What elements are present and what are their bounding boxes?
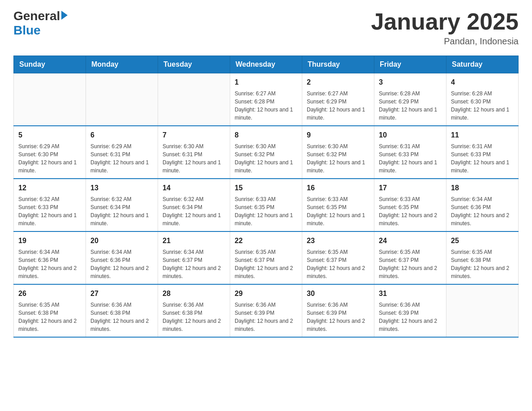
calendar-cell: 1Sunrise: 6:27 AMSunset: 6:28 PMDaylight…	[230, 73, 302, 126]
column-header-sunday: Sunday	[14, 56, 86, 73]
day-info: Sunrise: 6:36 AMSunset: 6:38 PMDaylight:…	[163, 301, 225, 333]
calendar-cell: 3Sunrise: 6:28 AMSunset: 6:29 PMDaylight…	[374, 73, 446, 126]
calendar-table: SundayMondayTuesdayWednesdayThursdayFrid…	[13, 56, 519, 338]
day-number: 28	[163, 288, 225, 299]
calendar-cell: 15Sunrise: 6:33 AMSunset: 6:35 PMDayligh…	[230, 179, 302, 231]
calendar-cell: 16Sunrise: 6:33 AMSunset: 6:35 PMDayligh…	[302, 179, 374, 231]
calendar-cell	[158, 73, 230, 126]
day-info: Sunrise: 6:36 AMSunset: 6:39 PMDaylight:…	[379, 301, 442, 333]
day-info: Sunrise: 6:33 AMSunset: 6:35 PMDaylight:…	[307, 195, 369, 227]
day-info: Sunrise: 6:32 AMSunset: 6:34 PMDaylight:…	[163, 195, 225, 227]
column-header-saturday: Saturday	[446, 56, 519, 73]
day-number: 22	[235, 235, 297, 246]
day-number: 23	[307, 235, 369, 246]
day-info: Sunrise: 6:31 AMSunset: 6:33 PMDaylight:…	[379, 142, 442, 175]
day-number: 18	[451, 183, 514, 193]
day-number: 8	[235, 130, 297, 141]
calendar-cell: 13Sunrise: 6:32 AMSunset: 6:34 PMDayligh…	[86, 179, 158, 231]
calendar-week-row: 19Sunrise: 6:34 AMSunset: 6:36 PMDayligh…	[14, 231, 519, 284]
calendar-cell: 7Sunrise: 6:30 AMSunset: 6:31 PMDaylight…	[158, 126, 230, 179]
calendar-cell: 5Sunrise: 6:29 AMSunset: 6:30 PMDaylight…	[14, 126, 86, 179]
day-info: Sunrise: 6:36 AMSunset: 6:39 PMDaylight:…	[235, 301, 297, 333]
calendar-week-row: 5Sunrise: 6:29 AMSunset: 6:30 PMDaylight…	[14, 126, 519, 179]
day-number: 5	[18, 130, 81, 141]
day-number: 3	[379, 77, 442, 88]
day-info: Sunrise: 6:34 AMSunset: 6:36 PMDaylight:…	[90, 248, 153, 280]
calendar-cell: 9Sunrise: 6:30 AMSunset: 6:32 PMDaylight…	[302, 126, 374, 179]
calendar-cell: 27Sunrise: 6:36 AMSunset: 6:38 PMDayligh…	[86, 284, 158, 337]
title-section: January 2025 Pandan, Indonesia	[371, 9, 519, 47]
calendar-cell: 26Sunrise: 6:35 AMSunset: 6:38 PMDayligh…	[14, 284, 86, 337]
day-number: 12	[18, 183, 81, 193]
day-number: 21	[163, 235, 225, 246]
day-number: 14	[163, 183, 225, 193]
calendar-week-row: 12Sunrise: 6:32 AMSunset: 6:33 PMDayligh…	[14, 179, 519, 231]
calendar-cell: 14Sunrise: 6:32 AMSunset: 6:34 PMDayligh…	[158, 179, 230, 231]
day-info: Sunrise: 6:33 AMSunset: 6:35 PMDaylight:…	[379, 195, 442, 227]
calendar-cell: 10Sunrise: 6:31 AMSunset: 6:33 PMDayligh…	[374, 126, 446, 179]
logo: General Blue	[13, 9, 68, 38]
column-header-thursday: Thursday	[302, 56, 374, 73]
calendar-cell: 8Sunrise: 6:30 AMSunset: 6:32 PMDaylight…	[230, 126, 302, 179]
calendar-cell: 30Sunrise: 6:36 AMSunset: 6:39 PMDayligh…	[302, 284, 374, 337]
day-number: 19	[18, 235, 81, 246]
day-info: Sunrise: 6:28 AMSunset: 6:30 PMDaylight:…	[451, 90, 514, 122]
day-number: 4	[451, 77, 514, 88]
day-info: Sunrise: 6:30 AMSunset: 6:32 PMDaylight:…	[235, 142, 297, 175]
day-info: Sunrise: 6:34 AMSunset: 6:37 PMDaylight:…	[163, 248, 225, 280]
column-header-friday: Friday	[374, 56, 446, 73]
day-number: 25	[451, 235, 514, 246]
calendar-cell: 24Sunrise: 6:35 AMSunset: 6:37 PMDayligh…	[374, 231, 446, 284]
calendar-subtitle: Pandan, Indonesia	[371, 36, 519, 47]
calendar-cell: 21Sunrise: 6:34 AMSunset: 6:37 PMDayligh…	[158, 231, 230, 284]
calendar-cell: 11Sunrise: 6:31 AMSunset: 6:33 PMDayligh…	[446, 126, 519, 179]
day-number: 16	[307, 183, 369, 193]
day-number: 13	[90, 183, 153, 193]
page-header: General Blue January 2025 Pandan, Indone…	[13, 9, 519, 47]
day-number: 7	[163, 130, 225, 141]
day-info: Sunrise: 6:36 AMSunset: 6:39 PMDaylight:…	[307, 301, 369, 333]
day-number: 20	[90, 235, 153, 246]
calendar-cell: 23Sunrise: 6:35 AMSunset: 6:37 PMDayligh…	[302, 231, 374, 284]
calendar-header-row: SundayMondayTuesdayWednesdayThursdayFrid…	[14, 56, 519, 73]
day-number: 26	[18, 288, 81, 299]
day-number: 15	[235, 183, 297, 193]
calendar-week-row: 1Sunrise: 6:27 AMSunset: 6:28 PMDaylight…	[14, 73, 519, 126]
calendar-cell: 31Sunrise: 6:36 AMSunset: 6:39 PMDayligh…	[374, 284, 446, 337]
day-info: Sunrise: 6:34 AMSunset: 6:36 PMDaylight:…	[451, 195, 514, 227]
logo-triangle-icon	[61, 11, 68, 20]
day-number: 10	[379, 130, 442, 141]
day-info: Sunrise: 6:30 AMSunset: 6:31 PMDaylight:…	[163, 142, 225, 175]
day-number: 27	[90, 288, 153, 299]
calendar-week-row: 26Sunrise: 6:35 AMSunset: 6:38 PMDayligh…	[14, 284, 519, 337]
day-info: Sunrise: 6:35 AMSunset: 6:37 PMDaylight:…	[235, 248, 297, 280]
calendar-cell	[14, 73, 86, 126]
calendar-cell: 18Sunrise: 6:34 AMSunset: 6:36 PMDayligh…	[446, 179, 519, 231]
calendar-cell: 4Sunrise: 6:28 AMSunset: 6:30 PMDaylight…	[446, 73, 519, 126]
calendar-cell	[86, 73, 158, 126]
calendar-cell: 2Sunrise: 6:27 AMSunset: 6:29 PMDaylight…	[302, 73, 374, 126]
day-number: 24	[379, 235, 442, 246]
calendar-cell: 22Sunrise: 6:35 AMSunset: 6:37 PMDayligh…	[230, 231, 302, 284]
column-header-wednesday: Wednesday	[230, 56, 302, 73]
day-info: Sunrise: 6:28 AMSunset: 6:29 PMDaylight:…	[379, 90, 442, 122]
calendar-cell: 28Sunrise: 6:36 AMSunset: 6:38 PMDayligh…	[158, 284, 230, 337]
day-info: Sunrise: 6:29 AMSunset: 6:30 PMDaylight:…	[18, 142, 81, 175]
calendar-cell: 19Sunrise: 6:34 AMSunset: 6:36 PMDayligh…	[14, 231, 86, 284]
day-number: 6	[90, 130, 153, 141]
day-number: 17	[379, 183, 442, 193]
column-header-monday: Monday	[86, 56, 158, 73]
day-info: Sunrise: 6:36 AMSunset: 6:38 PMDaylight:…	[90, 301, 153, 333]
day-number: 1	[235, 77, 297, 88]
day-info: Sunrise: 6:30 AMSunset: 6:32 PMDaylight:…	[307, 142, 369, 175]
day-number: 9	[307, 130, 369, 141]
day-info: Sunrise: 6:35 AMSunset: 6:37 PMDaylight:…	[307, 248, 369, 280]
day-number: 29	[235, 288, 297, 299]
day-number: 30	[307, 288, 369, 299]
calendar-cell: 29Sunrise: 6:36 AMSunset: 6:39 PMDayligh…	[230, 284, 302, 337]
day-info: Sunrise: 6:27 AMSunset: 6:28 PMDaylight:…	[235, 90, 297, 122]
day-info: Sunrise: 6:35 AMSunset: 6:37 PMDaylight:…	[379, 248, 442, 280]
day-info: Sunrise: 6:35 AMSunset: 6:38 PMDaylight:…	[451, 248, 514, 280]
calendar-cell: 6Sunrise: 6:29 AMSunset: 6:31 PMDaylight…	[86, 126, 158, 179]
day-info: Sunrise: 6:31 AMSunset: 6:33 PMDaylight:…	[451, 142, 514, 175]
